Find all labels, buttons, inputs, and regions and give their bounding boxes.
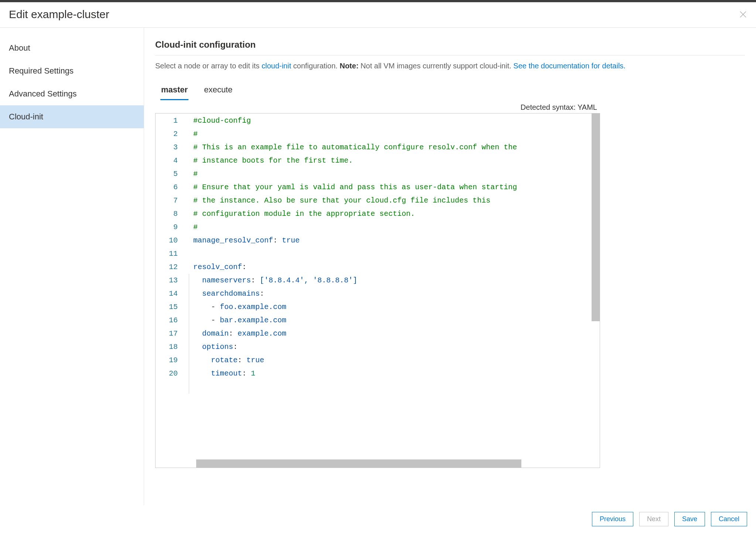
detected-syntax: Detected syntax: YAML [155, 100, 600, 113]
section-description: Select a node or array to edit its cloud… [155, 55, 745, 80]
footer: Previous Next Save Cancel [0, 505, 756, 533]
save-button[interactable]: Save [674, 512, 705, 526]
editor-code[interactable]: #cloud-config## This is an example file … [184, 113, 517, 459]
close-icon[interactable] [739, 10, 747, 18]
tab-master[interactable]: master [160, 84, 188, 100]
modal-title: Edit example-cluster [9, 8, 109, 21]
sidebar-item-label: Advanced Settings [9, 89, 76, 98]
sidebar-item-cloud-init[interactable]: Cloud-init [0, 105, 144, 128]
horizontal-scrollbar-thumb[interactable] [196, 459, 521, 468]
sidebar: About Required Settings Advanced Setting… [0, 28, 144, 505]
section-title: Cloud-init configuration [155, 37, 745, 55]
sidebar-item-label: Cloud-init [9, 112, 43, 121]
cancel-button[interactable]: Cancel [711, 512, 747, 526]
vertical-scrollbar[interactable] [592, 113, 600, 321]
code-editor[interactable]: 1234567891011121314151617181920 #cloud-c… [155, 113, 600, 468]
cloud-init-link[interactable]: cloud-init [262, 62, 291, 70]
sidebar-item-required-settings[interactable]: Required Settings [0, 60, 144, 82]
modal-header: Edit example-cluster [0, 2, 756, 28]
main-panel: Cloud-init configuration Select a node o… [144, 28, 756, 505]
tab-execute[interactable]: execute [203, 84, 233, 100]
previous-button[interactable]: Previous [592, 512, 633, 526]
documentation-link[interactable]: See the documentation for details. [513, 62, 626, 70]
sidebar-item-label: About [9, 43, 30, 52]
horizontal-scrollbar-track[interactable] [156, 459, 600, 468]
tabs: master execute [155, 80, 745, 100]
sidebar-item-advanced-settings[interactable]: Advanced Settings [0, 82, 144, 105]
editor-gutter: 1234567891011121314151617181920 [156, 113, 184, 459]
next-button: Next [639, 512, 668, 526]
sidebar-item-about[interactable]: About [0, 37, 144, 60]
sidebar-item-label: Required Settings [9, 66, 74, 75]
